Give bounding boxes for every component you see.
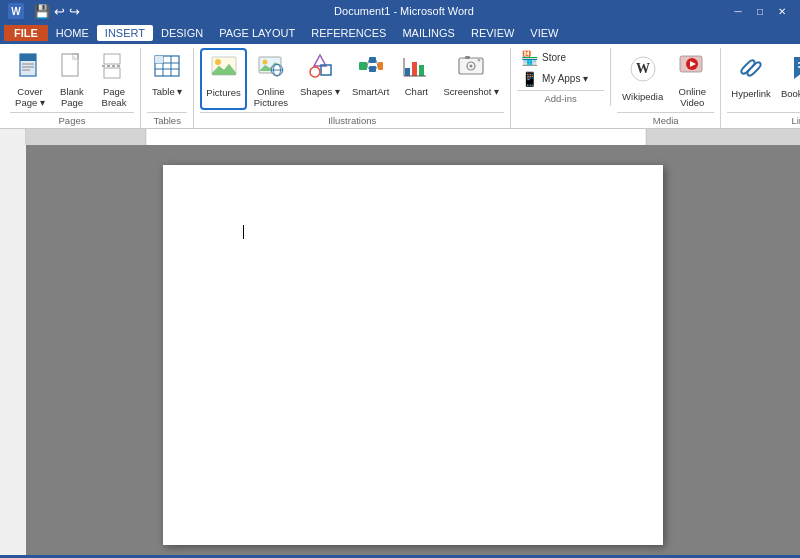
illustrations-group: Pictures O bbox=[194, 48, 511, 128]
online-video-button[interactable]: OnlineVideo bbox=[670, 48, 714, 110]
store-label: Store bbox=[542, 52, 566, 63]
online-pictures-svg bbox=[257, 52, 285, 80]
svg-rect-5 bbox=[62, 54, 78, 76]
menu-home[interactable]: HOME bbox=[48, 25, 97, 41]
ribbon: CoverPage ▾ BlankPage bbox=[0, 44, 800, 129]
svg-rect-37 bbox=[405, 68, 410, 76]
bookmark-button[interactable]: Bookmark bbox=[777, 48, 800, 110]
page-break-svg bbox=[101, 52, 127, 80]
document-title: Document1 - Microsoft Word bbox=[86, 5, 722, 17]
minimize-button[interactable]: ─ bbox=[728, 3, 748, 19]
screenshot-button[interactable]: Screenshot ▾ bbox=[438, 48, 504, 110]
wikipedia-button[interactable]: W Wikipedia bbox=[617, 48, 668, 110]
svg-point-44 bbox=[470, 65, 473, 68]
my-apps-button[interactable]: 📱 My Apps ▾ bbox=[517, 69, 592, 88]
pictures-icon bbox=[210, 53, 238, 85]
content-area bbox=[0, 145, 800, 555]
my-apps-label: My Apps ▾ bbox=[542, 73, 588, 84]
table-button[interactable]: Table ▾ bbox=[147, 48, 187, 110]
svg-rect-1 bbox=[20, 54, 36, 61]
bookmark-icon bbox=[791, 55, 800, 86]
online-pictures-label: OnlinePictures bbox=[254, 86, 288, 109]
document-area bbox=[26, 145, 800, 555]
svg-point-20 bbox=[262, 60, 267, 65]
cover-page-label: CoverPage ▾ bbox=[15, 86, 45, 109]
svg-rect-65 bbox=[26, 129, 146, 145]
undo-icon[interactable]: ↩ bbox=[54, 4, 65, 19]
screenshot-svg bbox=[457, 52, 485, 80]
hyperlink-svg bbox=[738, 55, 764, 81]
online-video-label: OnlineVideo bbox=[679, 86, 706, 109]
svg-rect-31 bbox=[369, 66, 376, 72]
svg-rect-32 bbox=[378, 62, 383, 70]
ruler-container bbox=[0, 129, 800, 145]
links-group: Hyperlink Bookmark bbox=[721, 48, 800, 128]
table-svg bbox=[153, 52, 181, 80]
chart-icon bbox=[402, 52, 430, 84]
chart-button[interactable]: Chart bbox=[396, 48, 436, 110]
table-icon bbox=[153, 52, 181, 84]
smartart-label: SmartArt bbox=[352, 86, 389, 97]
smartart-icon bbox=[357, 52, 385, 84]
menu-insert[interactable]: INSERT bbox=[97, 25, 153, 41]
blank-page-button[interactable]: BlankPage bbox=[52, 48, 92, 110]
svg-rect-45 bbox=[465, 56, 470, 59]
menu-file[interactable]: FILE bbox=[4, 25, 48, 41]
pictures-svg bbox=[210, 53, 238, 81]
svg-rect-29 bbox=[359, 62, 367, 70]
svg-rect-7 bbox=[104, 54, 120, 64]
hyperlink-button[interactable]: Hyperlink bbox=[727, 48, 775, 110]
smartart-button[interactable]: SmartArt bbox=[347, 48, 394, 110]
bookmark-label: Bookmark bbox=[781, 88, 800, 99]
addins-group-label: Add-ins bbox=[517, 90, 604, 104]
close-button[interactable]: ✕ bbox=[772, 3, 792, 19]
media-group-label: Media bbox=[617, 112, 714, 126]
ribbon-groups: CoverPage ▾ BlankPage bbox=[4, 48, 796, 128]
pictures-button[interactable]: Pictures bbox=[200, 48, 246, 110]
menu-design[interactable]: DESIGN bbox=[153, 25, 211, 41]
illustrations-group-label: Illustrations bbox=[200, 112, 504, 126]
shapes-button[interactable]: Shapes ▾ bbox=[295, 48, 345, 110]
svg-rect-39 bbox=[419, 65, 424, 76]
menu-view[interactable]: VIEW bbox=[522, 25, 566, 41]
shapes-label: Shapes ▾ bbox=[300, 86, 340, 97]
svg-point-17 bbox=[215, 59, 221, 65]
chart-label: Chart bbox=[405, 86, 428, 97]
tables-group-items: Table ▾ bbox=[147, 48, 187, 110]
wikipedia-label: Wikipedia bbox=[622, 91, 663, 102]
document-page[interactable] bbox=[163, 165, 663, 545]
hyperlink-label: Hyperlink bbox=[731, 88, 771, 99]
shapes-svg bbox=[306, 52, 334, 80]
save-icon[interactable]: 💾 bbox=[34, 4, 50, 19]
maximize-button[interactable]: □ bbox=[750, 3, 770, 19]
store-button[interactable]: 🏪 Store bbox=[517, 48, 570, 67]
media-group: W Wikipedia OnlineVid bbox=[611, 48, 721, 128]
cover-page-icon bbox=[16, 52, 44, 84]
svg-line-36 bbox=[376, 66, 378, 69]
menu-page-layout[interactable]: PAGE LAYOUT bbox=[211, 25, 303, 41]
page-break-icon bbox=[101, 52, 127, 84]
menu-bar: FILE HOME INSERT DESIGN PAGE LAYOUT REFE… bbox=[0, 22, 800, 44]
media-group-items: W Wikipedia OnlineVid bbox=[617, 48, 714, 110]
svg-line-35 bbox=[376, 60, 378, 66]
tables-group-label: Tables bbox=[147, 112, 187, 126]
table-label: Table ▾ bbox=[152, 86, 182, 97]
addins-group-items: 🏪 Store 📱 My Apps ▾ bbox=[517, 48, 604, 88]
my-apps-icon: 📱 bbox=[521, 71, 538, 87]
title-bar-icons: W bbox=[8, 3, 24, 19]
svg-rect-15 bbox=[155, 56, 163, 63]
window-controls: ─ □ ✕ bbox=[728, 3, 792, 19]
cover-page-button[interactable]: CoverPage ▾ bbox=[10, 48, 50, 110]
svg-rect-69 bbox=[0, 145, 26, 555]
redo-icon[interactable]: ↪ bbox=[69, 4, 80, 19]
menu-review[interactable]: REVIEW bbox=[463, 25, 522, 41]
online-pictures-button[interactable]: OnlinePictures bbox=[249, 48, 293, 110]
screenshot-icon bbox=[457, 52, 485, 84]
menu-references[interactable]: REFERENCES bbox=[303, 25, 394, 41]
vertical-ruler bbox=[0, 145, 26, 555]
links-group-label: Links bbox=[727, 112, 800, 126]
svg-marker-54 bbox=[794, 57, 800, 79]
horizontal-ruler bbox=[26, 129, 800, 145]
page-break-button[interactable]: PageBreak bbox=[94, 48, 134, 110]
menu-mailings[interactable]: MAILINGS bbox=[394, 25, 463, 41]
